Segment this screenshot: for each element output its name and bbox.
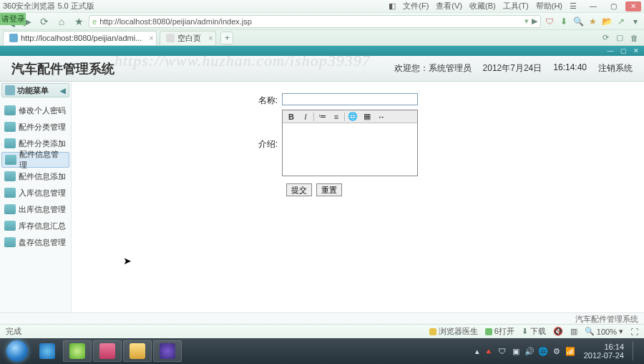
taskbar-clock[interactable]: 16:14 2012-07-24 — [580, 343, 628, 360]
sidebar-item-label: 修改个人密码 — [19, 105, 66, 116]
rte-tool-button[interactable]: ≡ — [330, 112, 343, 122]
task-app1[interactable] — [93, 340, 122, 362]
menu-fav[interactable]: 收藏(B) — [467, 1, 499, 11]
tool-icon[interactable]: 📂 — [601, 16, 613, 27]
task-360[interactable] — [63, 340, 92, 362]
ie-icon — [39, 343, 55, 359]
tool-icon[interactable]: ▾ — [630, 16, 641, 27]
sidebar-item[interactable]: 入库信息管理 — [1, 185, 69, 201]
menu-help[interactable]: 帮助(H) — [533, 1, 565, 11]
app-max-icon[interactable]: ▢ — [618, 47, 628, 54]
browser-title: 360安全浏览器 5.0 正式版 — [3, 1, 94, 11]
sidebar-collapse-icon[interactable]: ◀ — [60, 87, 66, 95]
tool-icon[interactable]: 🛡 — [544, 16, 555, 27]
status-mute-icon[interactable]: 🔇 — [553, 327, 563, 336]
sidebar-item[interactable]: 修改个人密码 — [1, 102, 69, 118]
sidebar-item-label: 盘存信息管理 — [19, 237, 66, 248]
sidebar-item[interactable]: 配件分类管理 — [1, 119, 69, 135]
download-icon: ⬇ — [522, 327, 528, 336]
skin-icon[interactable]: ◧ — [386, 1, 399, 11]
tab-ctrl-icon[interactable]: 🗑 — [628, 32, 640, 44]
sidebar-items: 修改个人密码配件分类管理配件分类添加配件信息管理配件信息添加入库信息管理出库信息… — [0, 99, 71, 254]
app-icon — [99, 343, 115, 359]
app-min-icon[interactable]: — — [605, 47, 615, 54]
tab-ctrl-icon[interactable]: ▢ — [614, 32, 625, 44]
tool-icon[interactable]: ★ — [587, 16, 598, 27]
tray-icon[interactable]: ▣ — [511, 346, 521, 356]
tool-icon[interactable]: ⬇ — [558, 16, 570, 27]
start-orb-icon — [6, 340, 28, 362]
rte-tool-button[interactable]: ▦ — [361, 112, 374, 122]
task-explorer[interactable] — [123, 340, 152, 362]
sidebar-item-icon — [4, 105, 16, 115]
window-min-button[interactable]: — — [585, 1, 601, 11]
tab-add-button[interactable]: + — [220, 32, 233, 44]
menu-tools[interactable]: 工具(T) — [500, 1, 532, 11]
sidebar-header[interactable]: 功能菜单 ◀ — [1, 83, 69, 97]
tray-icon[interactable]: ⚙ — [552, 346, 562, 356]
green-dot-icon — [485, 328, 492, 335]
tab-inactive[interactable]: 空白页 × — [160, 31, 216, 45]
sidebar-item-icon — [4, 138, 16, 148]
rte-tool-button[interactable]: ≔ — [316, 112, 328, 122]
status-zoom[interactable]: 🔍 100% ▾ — [585, 327, 623, 336]
menu-file[interactable]: 文件(F) — [400, 1, 431, 11]
app-close-icon[interactable]: ✕ — [631, 47, 641, 54]
tab-ctrl-icon[interactable]: ⟳ — [600, 32, 611, 44]
rte-tool-button[interactable]: I — [299, 112, 312, 122]
rte-tool-button[interactable]: B — [285, 112, 298, 122]
tray-icon[interactable]: 🌐 — [538, 346, 548, 356]
tray-icon[interactable]: 🛡 — [497, 346, 507, 356]
url-dropdown-icon[interactable]: ▾ — [525, 16, 529, 26]
name-input[interactable] — [282, 93, 418, 105]
menu-view[interactable]: 查看(V) — [433, 1, 465, 11]
reset-button[interactable]: 重置 — [316, 183, 342, 196]
sidebar-item-label: 配件信息管理 — [19, 149, 66, 171]
task-ie[interactable] — [33, 340, 62, 362]
status-open-count[interactable]: 6打开 — [485, 326, 514, 337]
tab-active[interactable]: http://localhost:8080/peijian/admi... × — [3, 31, 157, 45]
app-footer-text: 汽车配件管理系统 — [575, 315, 638, 323]
sidebar-item[interactable]: 出库信息管理 — [1, 201, 69, 217]
app-window: — ▢ ✕ 汽车配件管理系统 欢迎您：系统管理员 2012年7月24日 16:1… — [0, 46, 644, 324]
submit-button[interactable]: 提交 — [286, 183, 312, 196]
sidebar-item[interactable]: 配件信息管理 — [1, 152, 69, 168]
rte-tool-button[interactable]: ↔ — [375, 112, 388, 122]
intro-textarea[interactable] — [283, 123, 417, 173]
sidebar-item[interactable]: 配件信息添加 — [1, 168, 69, 184]
refresh-button[interactable]: ⟳ — [37, 14, 52, 29]
tool-icon[interactable]: 🔍 — [572, 16, 584, 27]
sidebar-item[interactable]: 盘存信息管理 — [1, 234, 69, 250]
window-close-button[interactable]: ✕ — [625, 1, 641, 11]
start-button[interactable] — [3, 340, 31, 362]
login-badge[interactable]: 请登录 — [0, 13, 26, 25]
clock-time: 16:14 — [584, 343, 624, 351]
status-download[interactable]: ⬇ 下载 — [522, 326, 546, 337]
status-doctor[interactable]: 浏览器医生 — [429, 326, 478, 337]
rte-tool-button[interactable]: 🌐 — [346, 112, 359, 122]
show-desktop-button[interactable] — [633, 342, 641, 360]
status-split-icon[interactable]: ▥ — [570, 327, 577, 336]
tray-icon[interactable]: 🔺 — [484, 346, 494, 356]
status-done: 完成 — [6, 326, 21, 337]
menu-more-icon[interactable]: ☰ — [567, 1, 580, 11]
tray-arrow-icon[interactable]: ▴ — [475, 347, 479, 356]
url-go-button[interactable]: ▶ — [532, 16, 537, 26]
browser-icon — [69, 343, 85, 359]
task-eclipse[interactable] — [153, 340, 182, 362]
browser-status-bar: 完成 浏览器医生 6打开 ⬇ 下载 🔇 ▥ 🔍 100% ▾ ⛶ — [0, 324, 644, 338]
window-max-button[interactable]: ▢ — [605, 1, 621, 11]
tab-close-icon[interactable]: × — [209, 34, 213, 42]
sidebar-header-label: 功能菜单 — [17, 85, 49, 96]
home-button[interactable]: ⌂ — [54, 14, 69, 29]
status-expand-icon[interactable]: ⛶ — [630, 327, 638, 336]
favorite-button[interactable]: ★ — [72, 14, 86, 29]
sidebar-item[interactable]: 库存信息汇总 — [1, 218, 69, 234]
tab-close-icon[interactable]: × — [150, 34, 154, 42]
tab-label: 空白页 — [177, 33, 201, 44]
tray-icon[interactable]: 🔊 — [525, 346, 535, 356]
url-bar[interactable]: e http://localhost:8080/peijian/admin/in… — [89, 15, 541, 28]
tool-icon[interactable]: ↗ — [615, 16, 627, 27]
tray-icon[interactable]: 📶 — [565, 346, 575, 356]
logout-link[interactable]: 注销系统 — [598, 62, 633, 75]
